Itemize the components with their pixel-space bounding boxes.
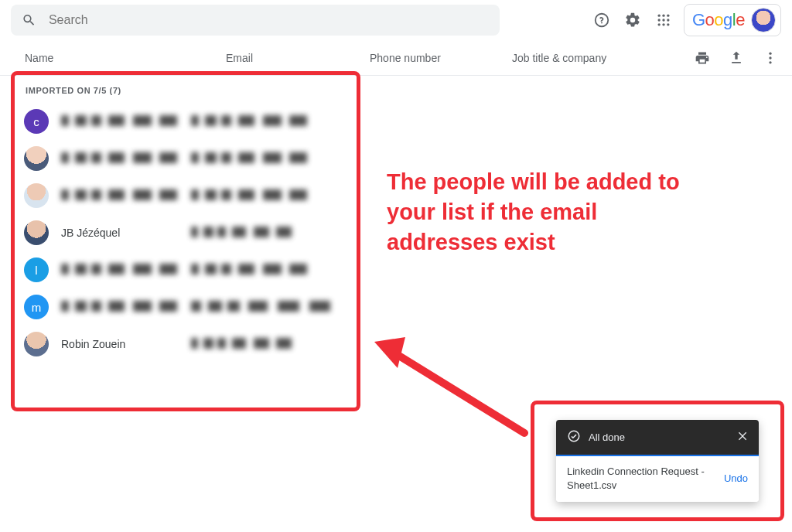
apps-grid-icon[interactable]: [648, 5, 679, 36]
annotation-arrow: [370, 325, 548, 448]
contact-email: [191, 338, 323, 351]
contact-row[interactable]: Robin Zouein: [22, 326, 349, 363]
check-circle-icon: [567, 429, 581, 445]
svg-point-5: [667, 19, 669, 21]
svg-point-9: [769, 52, 771, 54]
contact-row[interactable]: [22, 177, 349, 214]
column-name[interactable]: Name: [25, 52, 226, 64]
contact-avatar: l: [24, 257, 49, 282]
svg-point-8: [667, 23, 669, 26]
upload-toast: All done Linkedin Connection Request - S…: [556, 420, 759, 501]
profile-avatar[interactable]: [751, 8, 776, 32]
column-job[interactable]: Job title & company: [512, 52, 691, 64]
svg-point-1: [662, 15, 664, 17]
contact-name: [61, 301, 191, 314]
svg-point-4: [662, 19, 664, 21]
svg-point-2: [667, 15, 669, 17]
contact-name: [61, 115, 191, 128]
contact-email: [191, 189, 323, 203]
google-account-chip[interactable]: Google: [684, 4, 781, 36]
toast-title: All done: [589, 431, 625, 443]
toast-undo-link[interactable]: Undo: [724, 472, 748, 486]
svg-point-6: [657, 23, 660, 26]
svg-line-12: [391, 351, 524, 433]
search-input[interactable]: [47, 12, 489, 28]
export-icon[interactable]: [725, 47, 747, 69]
contact-avatar: [24, 146, 49, 171]
contact-email: [191, 115, 323, 128]
contact-avatar: c: [24, 109, 49, 134]
annotation-text: The people will be added to your list if…: [387, 167, 696, 257]
help-icon[interactable]: [586, 5, 617, 36]
toast-close-icon[interactable]: [737, 430, 749, 445]
svg-marker-13: [374, 337, 405, 368]
contact-email: [191, 301, 323, 314]
contact-name: [61, 264, 191, 277]
contact-avatar: m: [24, 295, 49, 319]
contact-email: [191, 227, 323, 240]
svg-point-10: [769, 56, 771, 59]
contact-email: [191, 152, 323, 165]
contact-row[interactable]: m: [22, 288, 349, 326]
contact-row[interactable]: JB Jézéquel: [22, 214, 349, 251]
search-field[interactable]: [11, 5, 500, 36]
toast-body: Linkedin Connection Request - Sheet1.csv…: [556, 456, 759, 501]
column-email[interactable]: Email: [226, 52, 370, 64]
svg-point-0: [657, 15, 660, 17]
contact-avatar: [24, 183, 49, 208]
more-vert-icon[interactable]: [760, 47, 781, 69]
contact-row[interactable]: l: [22, 251, 349, 288]
google-logo: Google: [692, 10, 745, 30]
contact-avatar: [24, 220, 49, 245]
contacts-panel-highlight: IMPORTED ON 7/5 (7) cJB JézéquellmRobin …: [11, 71, 360, 411]
topbar: Google: [0, 0, 792, 40]
contact-name: [61, 189, 191, 203]
settings-gear-icon[interactable]: [617, 5, 648, 36]
toast-header: All done: [556, 420, 759, 456]
imported-on-label: IMPORTED ON 7/5 (7): [26, 86, 349, 95]
toast-panel-highlight: All done Linkedin Connection Request - S…: [531, 401, 784, 521]
contact-name: Robin Zouein: [61, 338, 191, 350]
contact-email: [191, 264, 323, 277]
contact-name: [61, 152, 191, 165]
toast-file-name: Linkedin Connection Request - Sheet1.csv: [567, 465, 716, 492]
svg-point-11: [769, 61, 771, 63]
contact-row[interactable]: c: [22, 103, 349, 140]
column-phone[interactable]: Phone number: [370, 52, 512, 64]
svg-point-7: [662, 23, 664, 26]
svg-point-3: [657, 19, 660, 21]
contact-avatar: [24, 332, 49, 356]
svg-point-14: [568, 431, 579, 442]
contact-name: JB Jézéquel: [61, 227, 191, 239]
contact-row[interactable]: [22, 140, 349, 177]
contacts-list: cJB JézéquellmRobin Zouein: [22, 103, 349, 363]
search-icon: [22, 12, 36, 28]
print-icon[interactable]: [691, 47, 713, 69]
